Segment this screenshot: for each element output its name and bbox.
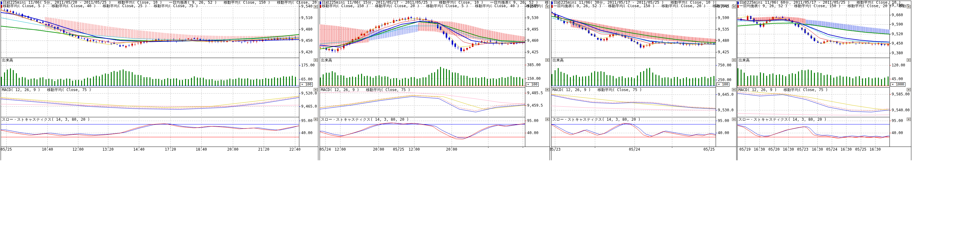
volume-axis-label: 65.00	[301, 78, 312, 81]
volume-scale-box: × 100	[526, 82, 539, 87]
time-axis-label: 05/25	[392, 147, 405, 151]
volume-axis-label: 385.00	[527, 63, 541, 67]
macd-axis-label: 9,465.0	[301, 104, 317, 108]
stoch-axis-label: 40.00	[301, 131, 312, 135]
macd-axis-label: 9,645.0	[718, 93, 734, 97]
stoch-axis-label: 40.00	[527, 131, 538, 135]
macd-section-label: MACD( 12, 26, 9 ) 移動平均( Close, 75 )	[738, 88, 828, 92]
legend-color-chip	[552, 5, 553, 8]
volume-axis-label: 120.00	[892, 63, 905, 67]
scroll-down-button[interactable]: ▼	[313, 5, 318, 8]
time-axis-label: 17:20	[164, 147, 177, 151]
time-axis-label: 13:20	[102, 147, 114, 151]
price-axis-label: 9,480	[301, 27, 312, 31]
legend-color-chip	[320, 2, 321, 4]
scroll-down-button[interactable]: ▼	[907, 5, 911, 8]
scroll-down-button[interactable]: ▼	[545, 88, 549, 91]
chart-canvas[interactable]	[737, 1, 912, 160]
panel-legend-line2: 移動平均( Close, 150 ) 移動平均( Close, 20 ) 移動平…	[322, 4, 549, 8]
price-axis-label: 9,590	[718, 16, 729, 20]
volume-scale-box: × 100	[717, 82, 729, 87]
scroll-down-button[interactable]: ▼	[732, 117, 736, 121]
chart-canvas[interactable]	[1, 1, 318, 160]
scroll-down-button[interactable]: ▼	[732, 58, 736, 62]
volume-scale-box: × 1000	[891, 82, 905, 87]
scroll-down-button[interactable]: ▼	[545, 58, 549, 62]
stoch-section-label: スロー・ストキャスティクス( 14, 3, 80, 20 )	[2, 118, 90, 121]
legend-color-chip	[552, 2, 553, 4]
time-axis-label: 16:30	[840, 147, 852, 151]
volume-section-label: 出来高	[552, 59, 564, 62]
price-axis-label: 9,460	[527, 39, 538, 43]
time-axis-label: 20:00	[372, 147, 385, 151]
macd-section-label: MACD( 12, 26, 9 ) 移動平均( Close, 75 )	[2, 88, 91, 92]
chart-canvas[interactable]	[320, 1, 550, 160]
price-axis-label: 9,480	[718, 39, 729, 43]
macd-axis-label: 9,459.5	[527, 103, 543, 107]
time-axis-label: 05/23	[549, 147, 561, 151]
panel-15min: 日経225mini 11/06( 15分, 2011/05/17 - 2011/…	[320, 1, 550, 160]
stoch-axis-label: 95.00	[527, 119, 538, 123]
price-axis-label: 9,660	[892, 13, 903, 17]
scroll-down-button[interactable]: ▼	[313, 58, 318, 62]
panel-30min: 日経225mini 11/06( 30分, 2011/05/17 - 2011/…	[551, 1, 737, 160]
price-axis-label: 9,645	[718, 4, 729, 8]
price-axis-label: 9,535	[718, 27, 729, 31]
time-axis-label: 20:00	[227, 147, 239, 151]
volume-axis-label: 750.00	[718, 63, 731, 67]
panel-legend-line2: 一目均衡表( 9, 26, 52 ) 移動平均( Close, 150 ) 移動…	[739, 4, 910, 8]
scroll-down-button[interactable]: ▼	[907, 58, 911, 62]
time-axis-label: 22:40	[289, 147, 301, 151]
scroll-down-button[interactable]: ▼	[907, 117, 911, 121]
time-axis-label: 16:30	[811, 147, 824, 151]
chart-canvas[interactable]	[551, 1, 737, 160]
panel-title: 日経225mini 11/06( 60分, 2011/05/17 - 2011/…	[739, 1, 910, 4]
scroll-down-button[interactable]: ▼	[545, 117, 549, 121]
time-axis-label: 12:00	[72, 147, 84, 151]
price-axis-label: 9,425	[718, 50, 729, 54]
time-axis-label: 14:40	[133, 147, 145, 151]
panel-legend-line2: 移動平均( Close, 5 ) 移動平均( Close, 40 ) 移動平均(…	[3, 4, 317, 8]
price-axis-label: 9,495	[527, 27, 538, 31]
legend-color-chip	[320, 5, 321, 8]
legend-color-chip	[1, 2, 2, 4]
stoch-axis-label: 95.00	[892, 119, 903, 123]
macd-axis-label: 9,530.0	[718, 108, 734, 112]
legend-color-chip	[738, 2, 739, 4]
volume-section-label: 出来高	[2, 59, 13, 62]
scroll-down-button[interactable]: ▼	[545, 5, 549, 8]
price-axis-label: 9,380	[892, 51, 903, 55]
scroll-down-button[interactable]: ▼	[313, 88, 318, 91]
stoch-section-label: スロー・ストキャスティクス( 14, 3, 80, 20 )	[738, 118, 826, 121]
price-axis-label: 9,450	[892, 41, 903, 45]
macd-axis-label: 9,520.0	[301, 91, 317, 95]
time-axis-label: 12:00	[408, 147, 420, 151]
stoch-axis-label: 95.00	[718, 119, 729, 123]
scroll-down-button[interactable]: ▼	[732, 5, 736, 8]
panel-5min: 日経225mini 11/06( 5分, 2011/05/20 - 2011/0…	[1, 1, 318, 160]
panel-title: 日経225mini 11/06( 15分, 2011/05/17 - 2011/…	[322, 1, 549, 4]
time-axis-label: 16:30	[869, 147, 881, 151]
time-axis-label: 05/24	[826, 147, 838, 151]
time-axis-label: 18:40	[195, 147, 208, 151]
price-axis-label: 9,730	[892, 3, 903, 7]
stoch-section-label: スロー・ストキャスティクス( 14, 3, 80, 20 )	[552, 118, 640, 121]
time-axis-label: 05/25	[703, 147, 715, 151]
price-axis-label: 9,510	[301, 16, 312, 20]
time-axis-label: 05/23	[797, 147, 809, 151]
scroll-down-button[interactable]: ▼	[732, 88, 736, 91]
panel-title: 日経225mini 11/06( 5分, 2011/05/20 - 2011/0…	[3, 1, 317, 4]
price-axis-label: 9,540	[301, 4, 312, 8]
stoch-section-label: スロー・ストキャスティクス( 14, 3, 80, 20 )	[321, 118, 409, 121]
time-axis-label: 20:00	[445, 147, 458, 151]
scroll-down-button[interactable]: ▼	[907, 88, 911, 91]
volume-section-label: 出来高	[738, 59, 750, 62]
stoch-axis-label: 95.00	[301, 119, 312, 123]
volume-section-label: 出来高	[321, 59, 332, 62]
macd-axis-label: 9,485.5	[527, 91, 543, 95]
volume-axis-label: 250.00	[718, 78, 731, 82]
time-axis-label: 05/25	[854, 147, 867, 151]
scroll-down-button[interactable]: ▼	[313, 117, 318, 121]
time-axis-label: 05/20	[768, 147, 780, 151]
time-axis-label: 12:00	[334, 147, 347, 151]
